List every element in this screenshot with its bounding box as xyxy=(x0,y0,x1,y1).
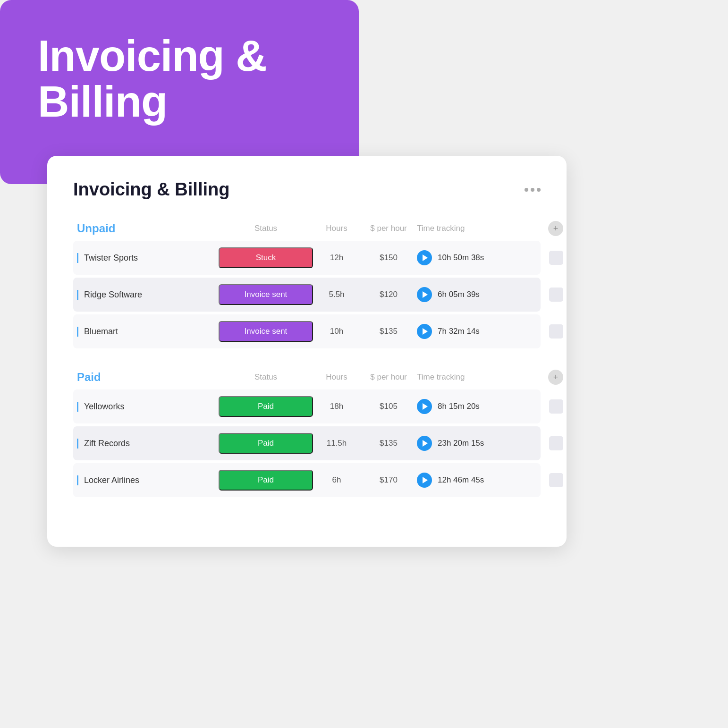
status-badge[interactable]: Paid xyxy=(219,396,313,417)
table-row: Yelloworks Paid 18h $105 8h 15m 20s xyxy=(73,389,541,423)
play-icon xyxy=(423,440,428,447)
time-tracking-cell: 7h 32m 14s xyxy=(417,324,540,339)
hours-value: 6h xyxy=(313,475,360,485)
rate-value: $135 xyxy=(360,439,417,448)
paid-section: Paid Status Hours $ per hour Time tracki… xyxy=(73,370,541,497)
play-button[interactable] xyxy=(417,399,432,414)
play-icon xyxy=(423,291,428,298)
unpaid-add-button[interactable]: + xyxy=(548,221,563,236)
paid-add-button[interactable]: + xyxy=(548,370,563,385)
client-name: Twister Sports xyxy=(77,253,219,263)
time-value: 7h 32m 14s xyxy=(438,327,480,336)
row-action-button[interactable] xyxy=(549,436,563,450)
table-row: Ridge Software Invoice sent 5.5h $120 6h… xyxy=(73,278,541,312)
play-icon xyxy=(423,254,428,261)
table-row: Locker Airlines Paid 6h $170 12h 46m 45s xyxy=(73,463,541,497)
rate-value: $150 xyxy=(360,253,417,262)
client-name: Bluemart xyxy=(77,327,219,337)
paid-hours-col-header: Hours xyxy=(313,372,360,382)
table-row: Bluemart Invoice sent 10h $135 7h 32m 14… xyxy=(73,314,541,348)
card-title: Invoicing & Billing xyxy=(73,179,229,200)
time-tracking-cell: 8h 15m 20s xyxy=(417,399,540,414)
paid-label: Paid xyxy=(77,371,219,384)
table-row: Twister Sports Stuck 12h $150 10h 50m 38… xyxy=(73,241,541,275)
hours-value: 10h xyxy=(313,327,360,336)
play-icon xyxy=(423,328,428,335)
status-badge[interactable]: Stuck xyxy=(219,247,313,268)
rate-value: $170 xyxy=(360,475,417,485)
client-name: Zift Records xyxy=(77,439,219,449)
play-button[interactable] xyxy=(417,250,432,265)
hours-value: 5.5h xyxy=(313,290,360,299)
time-value: 23h 20m 15s xyxy=(438,439,484,448)
rate-value: $105 xyxy=(360,402,417,411)
status-badge[interactable]: Invoice sent xyxy=(219,321,313,342)
paid-rows-container: Yelloworks Paid 18h $105 8h 15m 20s Zift… xyxy=(73,389,541,497)
client-name: Ridge Software xyxy=(77,290,219,300)
row-action-button[interactable] xyxy=(549,324,563,339)
rate-value: $135 xyxy=(360,327,417,336)
dot-2 xyxy=(531,188,534,192)
play-icon xyxy=(423,477,428,483)
play-button[interactable] xyxy=(417,324,432,339)
table-row: Zift Records Paid 11.5h $135 23h 20m 15s xyxy=(73,426,541,460)
card-header: Invoicing & Billing xyxy=(73,179,541,200)
row-action-button[interactable] xyxy=(549,251,563,265)
paid-rate-col-header: $ per hour xyxy=(360,372,417,382)
time-tracking-col-header: Time tracking xyxy=(417,224,540,233)
play-button[interactable] xyxy=(417,436,432,451)
row-action-button[interactable] xyxy=(549,399,563,414)
row-action-button[interactable] xyxy=(549,473,563,487)
time-value: 8h 15m 20s xyxy=(438,402,480,411)
time-value: 6h 05m 39s xyxy=(438,290,480,299)
client-name: Yelloworks xyxy=(77,402,219,412)
rate-value: $120 xyxy=(360,290,417,299)
status-badge[interactable]: Paid xyxy=(219,433,313,454)
paid-time-tracking-col-header: Time tracking xyxy=(417,372,540,382)
hours-col-header: Hours xyxy=(313,224,360,233)
status-badge[interactable]: Paid xyxy=(219,470,313,491)
paid-header-row: Paid Status Hours $ per hour Time tracki… xyxy=(73,370,541,385)
client-name: Locker Airlines xyxy=(77,475,219,485)
banner-title: Invoicing &Billing xyxy=(38,33,267,124)
play-icon xyxy=(423,403,428,410)
time-value: 12h 46m 45s xyxy=(438,475,484,485)
time-tracking-cell: 10h 50m 38s xyxy=(417,250,540,265)
unpaid-rows-container: Twister Sports Stuck 12h $150 10h 50m 38… xyxy=(73,241,541,348)
play-button[interactable] xyxy=(417,287,432,302)
hours-value: 11.5h xyxy=(313,439,360,448)
unpaid-section: Unpaid Status Hours $ per hour Time trac… xyxy=(73,221,541,348)
row-action-button[interactable] xyxy=(549,288,563,302)
time-tracking-cell: 12h 46m 45s xyxy=(417,473,540,488)
status-badge[interactable]: Invoice sent xyxy=(219,284,313,305)
more-options-button[interactable] xyxy=(525,188,541,192)
dot-3 xyxy=(537,188,541,192)
play-button[interactable] xyxy=(417,473,432,488)
unpaid-header-row: Unpaid Status Hours $ per hour Time trac… xyxy=(73,221,541,236)
time-value: 10h 50m 38s xyxy=(438,253,484,262)
hours-value: 12h xyxy=(313,253,360,262)
hours-value: 18h xyxy=(313,402,360,411)
time-tracking-cell: 6h 05m 39s xyxy=(417,287,540,302)
invoicing-card: Invoicing & Billing Unpaid Status Hours … xyxy=(47,156,567,547)
time-tracking-cell: 23h 20m 15s xyxy=(417,436,540,451)
rate-col-header: $ per hour xyxy=(360,224,417,233)
paid-status-col-header: Status xyxy=(219,372,313,382)
unpaid-label: Unpaid xyxy=(77,222,219,235)
status-col-header: Status xyxy=(219,224,313,233)
dot-1 xyxy=(525,188,528,192)
